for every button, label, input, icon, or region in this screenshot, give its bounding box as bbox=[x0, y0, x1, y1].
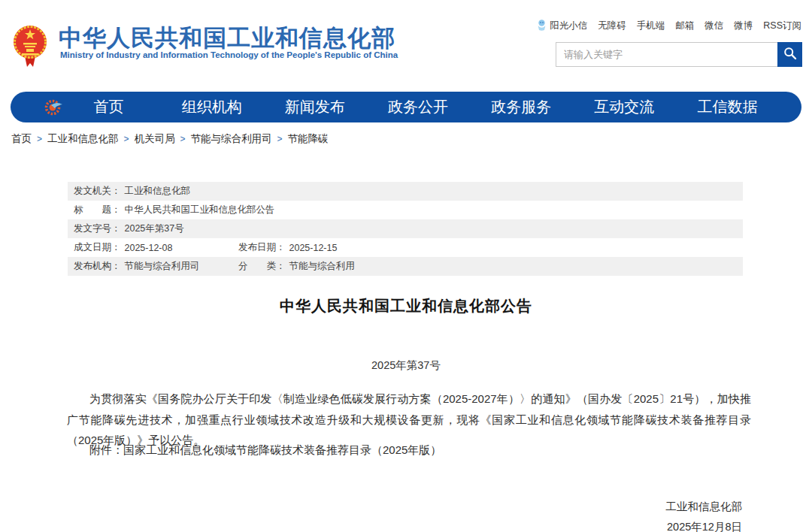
meta-value: 2025-12-15 bbox=[289, 243, 338, 253]
attachment-link[interactable]: 附件：国家工业和信息化领域节能降碳技术装备推荐目录（2025年版） bbox=[67, 443, 751, 458]
search-icon bbox=[783, 47, 797, 62]
signer-name: 工业和信息化部 bbox=[666, 497, 743, 517]
search-button[interactable] bbox=[777, 42, 802, 67]
meta-row-publisher-category: 发布机构： 节能与综合利用司 分 类： 节能与综合利用 bbox=[68, 257, 743, 276]
meta-row-issuing-agency: 发文机关： 工业和信息化部 bbox=[68, 182, 743, 201]
link-wechat[interactable]: 微信 bbox=[704, 20, 723, 32]
national-emblem-icon[interactable] bbox=[12, 23, 48, 70]
meta-label: 发布日期： bbox=[238, 241, 286, 254]
link-rss[interactable]: RSS订阅 bbox=[763, 20, 801, 32]
link-mailbox[interactable]: 邮箱 bbox=[675, 20, 694, 32]
main-navigation: 首页 组织机构 新闻发布 政务公开 政务服务 互动交流 工信数据 bbox=[11, 92, 801, 122]
document-meta-table: 发文机关： 工业和信息化部 标 题： 中华人民共和国工业和信息化部公告 发文字号… bbox=[68, 182, 743, 276]
site-subtitle-english: Ministry of Industry and Information Tec… bbox=[60, 50, 398, 59]
meta-row-title: 标 题： 中华人民共和国工业和信息化部公告 bbox=[68, 201, 743, 219]
link-sunshine-mascot[interactable]: 阳光小信 bbox=[536, 19, 587, 33]
breadcrumb: 首页 > 工业和信息化部 > 机关司局 > 节能与综合利用司 > 节能降碳 bbox=[11, 132, 329, 146]
breadcrumb-item-current: 节能降碳 bbox=[288, 132, 329, 146]
breadcrumb-separator: > bbox=[37, 134, 42, 144]
breadcrumb-item-departments[interactable]: 机关司局 bbox=[135, 132, 175, 146]
meta-value: 中华人民共和国工业和信息化部公告 bbox=[125, 204, 275, 216]
nav-items: 首页 组织机构 新闻发布 政务公开 政务服务 互动交流 工信数据 bbox=[57, 92, 779, 122]
meta-label: 分 类： bbox=[238, 260, 286, 273]
meta-value: 节能与综合利用司 bbox=[125, 260, 200, 273]
search-bar bbox=[556, 42, 802, 67]
nav-item-news[interactable]: 新闻发布 bbox=[263, 92, 366, 122]
link-mobile[interactable]: 手机端 bbox=[637, 20, 665, 32]
link-accessibility[interactable]: 无障碍 bbox=[598, 20, 626, 32]
breadcrumb-separator: > bbox=[180, 134, 186, 144]
document-number: 2025年第37号 bbox=[0, 358, 812, 373]
meta-value: 工业和信息化部 bbox=[125, 185, 191, 198]
header-utility-links: 阳光小信 无障碍 手机端 邮箱 微信 微博 RSS订阅 bbox=[536, 19, 801, 33]
document-paragraph: 为贯彻落实《国务院办公厅关于印发〈制造业绿色低碳发展行动方案（2025-2027… bbox=[67, 388, 751, 451]
meta-label: 发文机关： bbox=[74, 185, 121, 198]
document-signature: 工业和信息化部 2025年12月8日 bbox=[666, 497, 743, 532]
meta-value: 2025年第37号 bbox=[125, 222, 184, 235]
nav-item-miit-data[interactable]: 工信数据 bbox=[676, 92, 779, 122]
search-input[interactable] bbox=[556, 42, 777, 67]
meta-label: 标 题： bbox=[74, 204, 121, 216]
meta-row-doc-number: 发文字号： 2025年第37号 bbox=[68, 219, 743, 238]
breadcrumb-separator: > bbox=[124, 134, 129, 144]
meta-label: 发布机构： bbox=[74, 260, 121, 273]
breadcrumb-item-energy-dept[interactable]: 节能与综合利用司 bbox=[191, 132, 272, 146]
sunshine-mascot-icon bbox=[536, 19, 547, 33]
meta-label: 成文日期： bbox=[74, 241, 121, 254]
site-title[interactable]: 中华人民共和国工业和信息化部 bbox=[59, 23, 395, 54]
top-link-label: 阳光小信 bbox=[550, 20, 587, 32]
meta-label: 发文字号： bbox=[74, 222, 121, 235]
breadcrumb-separator: > bbox=[277, 134, 283, 144]
nav-item-interaction[interactable]: 互动交流 bbox=[573, 92, 676, 122]
sign-date: 2025年12月8日 bbox=[666, 517, 743, 532]
nav-item-gov-services[interactable]: 政务服务 bbox=[470, 92, 573, 122]
breadcrumb-item-home[interactable]: 首页 bbox=[11, 132, 32, 146]
meta-value: 2025-12-08 bbox=[125, 243, 173, 253]
nav-item-home[interactable]: 首页 bbox=[57, 92, 160, 122]
nav-item-gov-disclosure[interactable]: 政务公开 bbox=[366, 92, 469, 122]
nav-item-organization[interactable]: 组织机构 bbox=[160, 92, 263, 122]
breadcrumb-item-miit[interactable]: 工业和信息化部 bbox=[47, 132, 119, 146]
link-weibo[interactable]: 微博 bbox=[734, 20, 753, 32]
document-title: 中华人民共和国工业和信息化部公告 bbox=[0, 296, 812, 316]
meta-value: 节能与综合利用 bbox=[289, 260, 356, 273]
meta-row-dates: 成文日期： 2025-12-08 发布日期： 2025-12-15 bbox=[68, 238, 743, 257]
